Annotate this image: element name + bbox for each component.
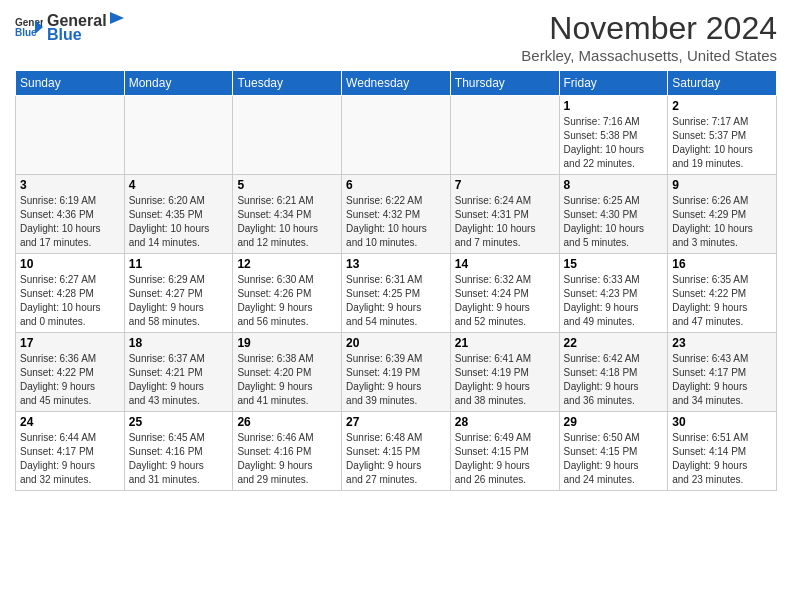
calendar-cell: 6Sunrise: 6:22 AM Sunset: 4:32 PM Daylig… — [342, 175, 451, 254]
day-info: Sunrise: 6:43 AM Sunset: 4:17 PM Dayligh… — [672, 352, 772, 408]
calendar-week-row: 1Sunrise: 7:16 AM Sunset: 5:38 PM Daylig… — [16, 96, 777, 175]
calendar-cell: 22Sunrise: 6:42 AM Sunset: 4:18 PM Dayli… — [559, 333, 668, 412]
calendar-header-thursday: Thursday — [450, 71, 559, 96]
header: General Blue General Blue November 2024 … — [15, 10, 777, 64]
day-number: 15 — [564, 257, 664, 271]
day-info: Sunrise: 6:29 AM Sunset: 4:27 PM Dayligh… — [129, 273, 229, 329]
day-number: 25 — [129, 415, 229, 429]
calendar-cell: 26Sunrise: 6:46 AM Sunset: 4:16 PM Dayli… — [233, 412, 342, 491]
day-info: Sunrise: 6:42 AM Sunset: 4:18 PM Dayligh… — [564, 352, 664, 408]
day-number: 19 — [237, 336, 337, 350]
day-info: Sunrise: 6:41 AM Sunset: 4:19 PM Dayligh… — [455, 352, 555, 408]
calendar-cell: 3Sunrise: 6:19 AM Sunset: 4:36 PM Daylig… — [16, 175, 125, 254]
calendar-header-row: SundayMondayTuesdayWednesdayThursdayFrid… — [16, 71, 777, 96]
day-number: 1 — [564, 99, 664, 113]
day-number: 9 — [672, 178, 772, 192]
calendar-cell: 27Sunrise: 6:48 AM Sunset: 4:15 PM Dayli… — [342, 412, 451, 491]
calendar-cell: 8Sunrise: 6:25 AM Sunset: 4:30 PM Daylig… — [559, 175, 668, 254]
calendar-cell: 20Sunrise: 6:39 AM Sunset: 4:19 PM Dayli… — [342, 333, 451, 412]
calendar: SundayMondayTuesdayWednesdayThursdayFrid… — [15, 70, 777, 491]
day-number: 23 — [672, 336, 772, 350]
calendar-cell: 14Sunrise: 6:32 AM Sunset: 4:24 PM Dayli… — [450, 254, 559, 333]
calendar-cell — [124, 96, 233, 175]
day-number: 10 — [20, 257, 120, 271]
calendar-cell: 15Sunrise: 6:33 AM Sunset: 4:23 PM Dayli… — [559, 254, 668, 333]
day-number: 29 — [564, 415, 664, 429]
day-number: 4 — [129, 178, 229, 192]
day-number: 20 — [346, 336, 446, 350]
calendar-header-saturday: Saturday — [668, 71, 777, 96]
calendar-cell: 5Sunrise: 6:21 AM Sunset: 4:34 PM Daylig… — [233, 175, 342, 254]
day-info: Sunrise: 7:16 AM Sunset: 5:38 PM Dayligh… — [564, 115, 664, 171]
day-info: Sunrise: 6:24 AM Sunset: 4:31 PM Dayligh… — [455, 194, 555, 250]
calendar-cell: 28Sunrise: 6:49 AM Sunset: 4:15 PM Dayli… — [450, 412, 559, 491]
calendar-cell — [342, 96, 451, 175]
day-info: Sunrise: 6:35 AM Sunset: 4:22 PM Dayligh… — [672, 273, 772, 329]
calendar-cell: 21Sunrise: 6:41 AM Sunset: 4:19 PM Dayli… — [450, 333, 559, 412]
calendar-header-tuesday: Tuesday — [233, 71, 342, 96]
calendar-cell: 18Sunrise: 6:37 AM Sunset: 4:21 PM Dayli… — [124, 333, 233, 412]
location-title: Berkley, Massachusetts, United States — [521, 47, 777, 64]
day-info: Sunrise: 6:46 AM Sunset: 4:16 PM Dayligh… — [237, 431, 337, 487]
calendar-cell — [233, 96, 342, 175]
calendar-header-monday: Monday — [124, 71, 233, 96]
day-info: Sunrise: 6:25 AM Sunset: 4:30 PM Dayligh… — [564, 194, 664, 250]
day-number: 13 — [346, 257, 446, 271]
day-info: Sunrise: 6:27 AM Sunset: 4:28 PM Dayligh… — [20, 273, 120, 329]
day-info: Sunrise: 6:32 AM Sunset: 4:24 PM Dayligh… — [455, 273, 555, 329]
calendar-cell: 17Sunrise: 6:36 AM Sunset: 4:22 PM Dayli… — [16, 333, 125, 412]
calendar-cell — [450, 96, 559, 175]
day-number: 22 — [564, 336, 664, 350]
day-info: Sunrise: 6:51 AM Sunset: 4:14 PM Dayligh… — [672, 431, 772, 487]
calendar-cell: 7Sunrise: 6:24 AM Sunset: 4:31 PM Daylig… — [450, 175, 559, 254]
day-number: 27 — [346, 415, 446, 429]
month-title: November 2024 — [521, 10, 777, 47]
day-number: 14 — [455, 257, 555, 271]
day-info: Sunrise: 6:21 AM Sunset: 4:34 PM Dayligh… — [237, 194, 337, 250]
day-info: Sunrise: 6:19 AM Sunset: 4:36 PM Dayligh… — [20, 194, 120, 250]
day-info: Sunrise: 6:44 AM Sunset: 4:17 PM Dayligh… — [20, 431, 120, 487]
day-number: 8 — [564, 178, 664, 192]
calendar-cell: 19Sunrise: 6:38 AM Sunset: 4:20 PM Dayli… — [233, 333, 342, 412]
day-info: Sunrise: 6:20 AM Sunset: 4:35 PM Dayligh… — [129, 194, 229, 250]
calendar-cell: 16Sunrise: 6:35 AM Sunset: 4:22 PM Dayli… — [668, 254, 777, 333]
day-info: Sunrise: 6:48 AM Sunset: 4:15 PM Dayligh… — [346, 431, 446, 487]
calendar-cell: 2Sunrise: 7:17 AM Sunset: 5:37 PM Daylig… — [668, 96, 777, 175]
day-number: 6 — [346, 178, 446, 192]
calendar-cell: 9Sunrise: 6:26 AM Sunset: 4:29 PM Daylig… — [668, 175, 777, 254]
svg-marker-3 — [110, 12, 124, 24]
calendar-cell: 10Sunrise: 6:27 AM Sunset: 4:28 PM Dayli… — [16, 254, 125, 333]
logo-icon: General Blue — [15, 16, 43, 38]
day-number: 11 — [129, 257, 229, 271]
day-info: Sunrise: 6:37 AM Sunset: 4:21 PM Dayligh… — [129, 352, 229, 408]
calendar-cell — [16, 96, 125, 175]
day-info: Sunrise: 6:45 AM Sunset: 4:16 PM Dayligh… — [129, 431, 229, 487]
day-number: 26 — [237, 415, 337, 429]
calendar-cell: 13Sunrise: 6:31 AM Sunset: 4:25 PM Dayli… — [342, 254, 451, 333]
calendar-week-row: 10Sunrise: 6:27 AM Sunset: 4:28 PM Dayli… — [16, 254, 777, 333]
calendar-header-wednesday: Wednesday — [342, 71, 451, 96]
calendar-cell: 11Sunrise: 6:29 AM Sunset: 4:27 PM Dayli… — [124, 254, 233, 333]
day-info: Sunrise: 6:31 AM Sunset: 4:25 PM Dayligh… — [346, 273, 446, 329]
day-info: Sunrise: 6:22 AM Sunset: 4:32 PM Dayligh… — [346, 194, 446, 250]
day-info: Sunrise: 6:39 AM Sunset: 4:19 PM Dayligh… — [346, 352, 446, 408]
calendar-week-row: 24Sunrise: 6:44 AM Sunset: 4:17 PM Dayli… — [16, 412, 777, 491]
svg-text:Blue: Blue — [15, 27, 37, 38]
day-number: 16 — [672, 257, 772, 271]
day-number: 12 — [237, 257, 337, 271]
calendar-week-row: 3Sunrise: 6:19 AM Sunset: 4:36 PM Daylig… — [16, 175, 777, 254]
calendar-cell: 4Sunrise: 6:20 AM Sunset: 4:35 PM Daylig… — [124, 175, 233, 254]
day-info: Sunrise: 6:49 AM Sunset: 4:15 PM Dayligh… — [455, 431, 555, 487]
day-number: 7 — [455, 178, 555, 192]
day-number: 18 — [129, 336, 229, 350]
day-number: 21 — [455, 336, 555, 350]
day-info: Sunrise: 6:50 AM Sunset: 4:15 PM Dayligh… — [564, 431, 664, 487]
day-info: Sunrise: 6:36 AM Sunset: 4:22 PM Dayligh… — [20, 352, 120, 408]
day-number: 24 — [20, 415, 120, 429]
calendar-cell: 30Sunrise: 6:51 AM Sunset: 4:14 PM Dayli… — [668, 412, 777, 491]
calendar-cell: 23Sunrise: 6:43 AM Sunset: 4:17 PM Dayli… — [668, 333, 777, 412]
logo-flag-icon — [108, 10, 126, 26]
day-number: 3 — [20, 178, 120, 192]
calendar-header-sunday: Sunday — [16, 71, 125, 96]
day-info: Sunrise: 6:30 AM Sunset: 4:26 PM Dayligh… — [237, 273, 337, 329]
